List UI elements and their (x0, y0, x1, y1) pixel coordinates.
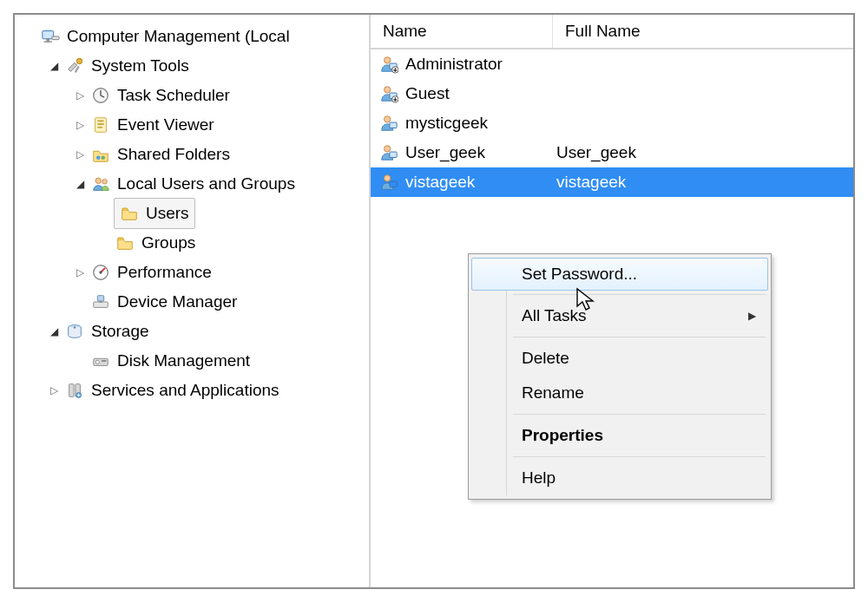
svg-point-12 (101, 155, 105, 160)
list-item[interactable]: Guest (371, 79, 853, 108)
svg-rect-3 (52, 36, 59, 40)
tree-label: Performance (117, 258, 212, 287)
submenu-arrow-icon: ▶ (748, 310, 756, 322)
menu-set-password[interactable]: Set Password... (471, 258, 768, 291)
expand-collapse-icon[interactable]: ▷ (74, 110, 86, 140)
user-icon (378, 141, 400, 164)
svg-rect-37 (390, 152, 397, 157)
svg-rect-2 (44, 42, 52, 43)
column-label: Full Name (565, 22, 641, 41)
menu-properties[interactable]: Properties (471, 418, 768, 453)
menu-label: All Tasks (522, 306, 587, 325)
users-groups-icon (89, 173, 112, 195)
menu-separator (513, 337, 766, 337)
menu-separator (513, 456, 766, 457)
expand-collapse-icon[interactable]: ▷ (74, 81, 86, 110)
device-manager-icon (89, 291, 112, 313)
event-viewer-icon (89, 114, 112, 136)
svg-point-4 (76, 58, 82, 63)
tree-task-scheduler[interactable]: ▷ Task Scheduler (23, 81, 369, 110)
svg-point-31 (385, 87, 391, 93)
user-icon (378, 82, 400, 105)
menu-help[interactable]: Help (471, 461, 768, 495)
tree-disk-management[interactable]: Disk Management (23, 346, 369, 376)
tree-label: Groups (141, 228, 195, 258)
expand-collapse-icon[interactable]: ◢ (48, 51, 60, 81)
svg-rect-24 (102, 360, 107, 362)
column-header-fullname[interactable]: Full Name (553, 15, 853, 48)
user-fullname: vistageek (556, 173, 626, 191)
tree-root[interactable]: Computer Management (Local (23, 22, 369, 51)
user-fullname: User_geek (556, 143, 636, 161)
svg-rect-17 (94, 302, 108, 307)
tree-storage[interactable]: ◢ Storage (23, 317, 369, 346)
expand-collapse-icon[interactable]: ▷ (74, 258, 86, 287)
tree-label: Computer Management (Local (67, 22, 290, 51)
svg-rect-19 (100, 301, 102, 303)
tree-label: Task Scheduler (117, 81, 230, 110)
tree-label: System Tools (91, 51, 189, 81)
tree-system-tools[interactable]: ◢ System Tools (23, 51, 369, 81)
menu-separator (513, 414, 766, 415)
tree-performance[interactable]: ▷ Performance (23, 258, 369, 287)
tree-label: Services and Applications (91, 376, 279, 405)
tree-users[interactable]: Users (23, 199, 369, 228)
tree-pane: Computer Management (Local ◢ System Tool… (15, 15, 371, 587)
expand-collapse-icon[interactable]: ◢ (74, 169, 86, 199)
svg-point-14 (102, 180, 108, 185)
menu-label: Properties (522, 426, 603, 445)
tree-device-manager[interactable]: Device Manager (23, 287, 369, 317)
services-apps-icon (63, 379, 86, 402)
menu-all-tasks[interactable]: All Tasks▶ (471, 298, 768, 333)
svg-rect-18 (97, 296, 103, 301)
tree-label: Device Manager (117, 287, 237, 317)
list-item[interactable]: User_geekUser_geek (371, 138, 853, 167)
tree-label: Local Users and Groups (117, 169, 295, 199)
svg-point-38 (385, 175, 391, 181)
window-frame: Computer Management (Local ◢ System Tool… (13, 13, 855, 589)
svg-point-36 (385, 146, 391, 152)
menu-label: Rename (522, 383, 584, 403)
tree-local-users-groups[interactable]: ◢ Local Users and Groups (23, 169, 369, 199)
storage-icon (63, 320, 86, 343)
user-icon (378, 112, 400, 134)
svg-point-13 (95, 178, 101, 183)
svg-rect-8 (97, 121, 103, 122)
svg-rect-35 (390, 122, 397, 128)
user-icon (378, 53, 400, 75)
menu-rename[interactable]: Rename (471, 376, 768, 410)
menu-delete[interactable]: Delete (471, 341, 768, 376)
expand-collapse-icon[interactable]: ▷ (48, 376, 60, 405)
folder-icon (118, 202, 141, 225)
tree-groups[interactable]: Groups (23, 228, 369, 258)
disk-management-icon (89, 350, 112, 372)
menu-label: Delete (522, 349, 569, 368)
list-item[interactable]: vistageekvistageek (371, 167, 853, 197)
expand-collapse-icon[interactable]: ▷ (74, 140, 86, 169)
column-header-name[interactable]: Name (371, 15, 553, 48)
performance-icon (89, 261, 112, 284)
folder-icon (114, 232, 136, 254)
list-item[interactable]: Administrator (371, 49, 853, 79)
svg-point-28 (385, 57, 391, 63)
menu-label: Help (522, 468, 556, 488)
svg-point-11 (96, 155, 101, 160)
tree-event-viewer[interactable]: ▷ Event Viewer (23, 110, 369, 140)
tree-shared-folders[interactable]: ▷ Shared Folders (23, 140, 369, 169)
user-name: Administrator (405, 55, 503, 74)
user-name: Guest (405, 84, 450, 103)
svg-point-34 (385, 116, 391, 122)
user-name: User_geek (405, 143, 485, 162)
svg-point-23 (95, 360, 99, 363)
shared-folders-icon (89, 143, 112, 166)
user-icon (378, 171, 400, 193)
tree-label: Storage (91, 317, 149, 346)
list-item[interactable]: mysticgeek (371, 108, 853, 138)
user-name: mysticgeek (405, 114, 488, 133)
context-menu: Set Password... All Tasks▶ Delete Rename… (468, 253, 772, 500)
tree-services-apps[interactable]: ▷ Services and Applications (23, 376, 369, 405)
svg-rect-10 (97, 127, 102, 128)
svg-rect-39 (390, 181, 397, 187)
expand-collapse-icon[interactable]: ◢ (48, 317, 60, 346)
tree-label: Shared Folders (117, 140, 230, 169)
